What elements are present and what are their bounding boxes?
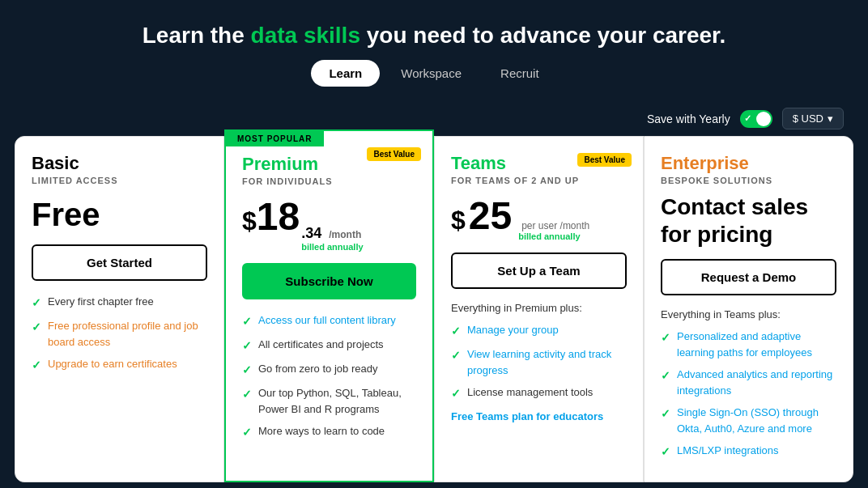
teams-plan-subtitle: FOR TEAMS OF 2 AND UP — [451, 176, 627, 185]
premium-price-cents: .34 /month — [301, 225, 361, 242]
premium-price: $ 18 .34 /month billed annually — [242, 197, 416, 252]
check-icon: ✓ — [32, 319, 41, 336]
premium-price-main: 18 — [257, 197, 300, 236]
check-icon: ✓ — [242, 362, 252, 379]
check-icon: ✓ — [242, 313, 252, 330]
teams-features-list: ✓ Manage your group ✓ View learning acti… — [451, 322, 627, 402]
teams-cta-button[interactable]: Set Up a Team — [451, 252, 627, 289]
premium-plan-subtitle: FOR INDIVIDUALS — [242, 176, 416, 186]
chevron-down-icon: ▾ — [828, 112, 833, 125]
save-yearly-label: Save with Yearly — [647, 112, 730, 125]
basic-feature-2: ✓ Free professional profile and job boar… — [32, 318, 207, 350]
basic-plan-subtitle: LIMITED ACCESS — [32, 176, 207, 185]
basic-cta-button[interactable]: Get Started — [32, 244, 207, 281]
check-icon: ✓ — [661, 329, 670, 346]
nav-tabs: Learn Workspace Recruit — [16, 60, 852, 87]
premium-billed-label: billed annually — [301, 242, 363, 252]
premium-feature-1: ✓ Access our full content library — [242, 312, 416, 330]
teams-per-user: per user /month — [521, 220, 589, 231]
teams-features-intro: Everything in Premium plus: — [451, 302, 627, 314]
premium-dollar-sign: $ — [242, 206, 257, 236]
basic-plan-name: Basic — [32, 153, 207, 174]
basic-price: Free — [32, 197, 207, 233]
enterprise-cta-button[interactable]: Request a Demo — [661, 259, 836, 295]
top-bar: Save with Yearly ✓ $ USD ▾ — [0, 101, 868, 136]
enterprise-feature-4: ✓ LMS/LXP integrations — [661, 443, 836, 460]
teams-price: $ 25 per user /month billed annually — [451, 197, 627, 241]
enterprise-feature-3: ✓ Single Sign-On (SSO) through Okta, Aut… — [661, 405, 836, 436]
premium-features-list: ✓ Access our full content library ✓ All … — [242, 312, 416, 441]
check-icon: ✓ — [661, 367, 670, 384]
enterprise-features-list: ✓ Personalized and adaptive learning pat… — [661, 329, 836, 460]
enterprise-price-contact: Contact sales for pricing — [661, 193, 836, 248]
currency-selector[interactable]: $ USD ▾ — [782, 108, 844, 129]
main-heading: Learn the data skills you need to advanc… — [16, 23, 852, 49]
yearly-toggle[interactable]: ✓ — [740, 110, 772, 128]
basic-price-value: Free — [32, 197, 100, 232]
premium-feature-3: ✓ Go from zero to job ready — [242, 361, 416, 379]
plan-teams: Best Value Teams FOR TEAMS OF 2 AND UP $… — [434, 136, 644, 482]
enterprise-plan-name: Enterprise — [661, 153, 836, 174]
check-icon: ✓ — [32, 357, 41, 374]
premium-feature-4: ✓ Our top Python, SQL, Tableau, Power BI… — [242, 385, 416, 417]
teams-feature-3: ✓ License management tools — [451, 384, 627, 402]
enterprise-feature-1: ✓ Personalized and adaptive learning pat… — [661, 329, 836, 360]
pricing-grid: Basic LIMITED ACCESS Free Get Started ✓ … — [15, 136, 853, 482]
check-icon: ✓ — [661, 443, 670, 460]
teams-feature-1: ✓ Manage your group — [451, 322, 627, 340]
basic-features-list: ✓ Every first chapter free ✓ Free profes… — [32, 294, 207, 374]
basic-feature-3: ✓ Upgrade to earn certificates — [32, 356, 207, 374]
best-value-badge-teams: Best Value — [577, 153, 632, 167]
enterprise-plan-subtitle: BESPOKE SOLUTIONS — [661, 176, 836, 185]
premium-cta-button[interactable]: Subscribe Now — [242, 263, 416, 299]
free-teams-link[interactable]: Free Teams plan for educators — [451, 410, 627, 422]
teams-dollar-sign: $ — [451, 206, 466, 236]
premium-feature-5: ✓ More ways to learn to code — [242, 423, 416, 441]
check-icon: ✓ — [242, 386, 252, 403]
check-icon: ✓ — [32, 295, 41, 312]
check-icon: ✓ — [451, 323, 461, 340]
check-icon: ✓ — [451, 385, 461, 402]
teams-price-main: 25 — [469, 197, 512, 236]
tab-recruit[interactable]: Recruit — [483, 60, 557, 87]
tab-learn[interactable]: Learn — [311, 60, 380, 87]
most-popular-badge: MOST POPULAR — [226, 131, 324, 146]
enterprise-feature-2: ✓ Advanced analytics and reporting integ… — [661, 367, 836, 398]
tab-workspace[interactable]: Workspace — [383, 60, 479, 87]
teams-feature-2: ✓ View learning activity and track progr… — [451, 346, 627, 378]
premium-feature-2: ✓ All certificates and projects — [242, 337, 416, 354]
check-icon: ✓ — [451, 347, 461, 364]
header-section: Learn the data skills you need to advanc… — [0, 0, 868, 101]
basic-feature-1: ✓ Every first chapter free — [32, 294, 207, 312]
check-icon: ✓ — [661, 405, 670, 422]
check-icon: ✓ — [242, 337, 252, 354]
check-icon: ✓ — [242, 424, 252, 441]
enterprise-features-intro: Everything in Teams plus: — [661, 308, 836, 320]
teams-billed-label: billed annually — [518, 231, 589, 241]
plan-enterprise: Enterprise BESPOKE SOLUTIONS Contact sal… — [644, 136, 853, 482]
plan-basic: Basic LIMITED ACCESS Free Get Started ✓ … — [15, 136, 224, 482]
best-value-badge-premium: Best Value — [367, 147, 421, 161]
plan-premium: MOST POPULAR Best Value Premium FOR INDI… — [224, 129, 434, 482]
